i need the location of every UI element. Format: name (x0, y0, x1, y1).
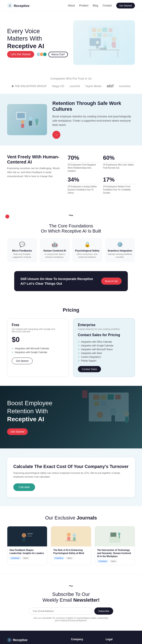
trust-logo-1: Olapp CO (52, 85, 64, 88)
journals-heading: Our Exclusive Journals (7, 515, 135, 521)
svg-point-16 (96, 41, 99, 44)
journal-tags-1: Feedback Slack (53, 557, 88, 560)
foundation-card-0: 💬 Micro Feedbacks Share any thoughts, su… (7, 238, 37, 262)
svg-rect-48 (22, 538, 25, 542)
svg-rect-30 (29, 121, 32, 126)
foundation-card-1: 🤖 Human Centered AI AI using human data … (40, 238, 70, 262)
journal-tag-0-0: Feedback (9, 557, 21, 560)
stats-grid: 70% Of Employees Feel Negative Work Rela… (68, 154, 135, 194)
retention-image (7, 104, 47, 135)
foundation-card-2: 🔒 Psychological Safety 100% Anonymous, t… (72, 238, 102, 262)
stat-number-3: 17% (103, 176, 135, 183)
stat-number-1: 60% (103, 154, 135, 161)
calculator-cta-button[interactable]: Calculate (13, 484, 35, 491)
avatar-3 (43, 52, 47, 56)
journal-image-1 (51, 526, 91, 546)
hero2-content: Boost Employee Retention With Receptive … (7, 399, 135, 435)
journal-tag-2-1: Team (109, 560, 117, 563)
nav-product[interactable]: Product (79, 4, 88, 7)
svg-rect-49 (27, 533, 33, 534)
cta-banner: Still Unsure On How To Incorporate Recep… (14, 271, 128, 291)
newsletter-heading: Subscribe To Our Weekly Email Newsletter… (7, 592, 135, 603)
journals-grid: How Feedback Shapes Leadership: Insights… (7, 526, 135, 565)
newsletter-note: Join our newsletter for exclusive insigh… (33, 617, 109, 622)
newsletter-form: Subscribe (29, 608, 113, 614)
svg-rect-8 (108, 33, 113, 37)
calculator-section: Calculate The Exact Cost Of Your Company… (0, 448, 142, 506)
newsletter-email-input[interactable] (29, 608, 92, 614)
cta-banner-button[interactable]: Book A Call (101, 278, 122, 285)
stats-section: Vent Freely With Human-Centered AI Expre… (0, 146, 142, 204)
svg-point-63 (118, 532, 121, 535)
nav-about[interactable]: About (68, 4, 75, 7)
svg-rect-36 (108, 394, 114, 400)
trust-logo-2: Learnful (70, 85, 80, 88)
footer-legal-heading: Legal (106, 638, 135, 641)
enterprise-cta-button[interactable]: Contact Sales (78, 366, 101, 372)
foundation-title-2: Psychological Safety (74, 249, 100, 252)
stat-label-3: Of Employees Refrain From Feedback Due T… (103, 185, 135, 194)
svg-point-29 (28, 116, 32, 120)
hero-chat-button[interactable]: Wanna Chat? (48, 52, 68, 57)
retention-cta-button[interactable]: → (52, 131, 60, 139)
svg-rect-52 (63, 531, 79, 542)
retention-section: Retention Through Safe Work Cultures Boo… (0, 94, 142, 146)
nav-contact[interactable]: Contact (102, 4, 112, 7)
journal-image-0 (7, 526, 47, 546)
stat-label-2: Of Employees Lacking Safety Express Feed… (68, 185, 100, 194)
hero-buttons: Let's Get Started Wanna Chat? (7, 51, 69, 58)
hero-heading: Every Voice Matters With Receptive AI (7, 28, 69, 50)
svg-rect-17 (96, 44, 99, 49)
newsletter-subscribe-button[interactable]: Subscribe (94, 608, 113, 614)
svg-rect-3 (102, 28, 107, 32)
logo: ⬡ Receptive (7, 3, 29, 8)
svg-rect-4 (109, 28, 113, 32)
journal-card-0: How Feedback Shapes Leadership: Insights… (7, 526, 47, 565)
footer: ⬡ Receptive Boost Employee Retention By … (0, 631, 142, 644)
journal-title-2: The Intersection of Technology and Human… (97, 549, 133, 558)
trust-heading: Companies Who Put Trust In Us (7, 77, 135, 80)
navbar: ⬡ Receptive About Product Blog Contact G… (0, 0, 142, 11)
free-feature-1: Integration with Google Calendar (12, 351, 64, 354)
hero-text: Every Voice Matters With Receptive AI Le… (7, 28, 69, 58)
enterprise-price: Contact Sales for Pricing (78, 333, 130, 337)
foundations-heading: The Core Foundations On Which Receptive … (7, 224, 135, 234)
svg-rect-2 (97, 28, 101, 32)
hero-cta-button[interactable]: Let's Get Started (7, 51, 34, 58)
micro-feedbacks-icon: 💬 (9, 242, 35, 248)
retention-content: Retention Through Safe Work Cultures Boo… (52, 100, 135, 139)
stat-number-0: 70% (68, 154, 100, 161)
free-cta-button[interactable]: Get Started (12, 358, 33, 364)
trust-logo-4: alef (107, 84, 114, 88)
foundation-desc-1: AI using human data to enhance workplace… (42, 253, 68, 258)
footer-brand: ⬡ Receptive Boost Employee Retention By … (7, 638, 66, 644)
hero2-cta-button[interactable]: Get Started (7, 428, 28, 435)
hero2-heading: Boost Employee Retention With Receptive … (7, 399, 135, 424)
svg-rect-56 (73, 537, 76, 541)
svg-rect-57 (66, 540, 76, 541)
svg-point-11 (112, 37, 116, 42)
journal-tag-0-1: Team (22, 557, 30, 560)
trust-logo-5: incentive (119, 85, 131, 88)
nav-blog[interactable]: Blog (93, 4, 98, 7)
nav-cta-button[interactable]: Get Started (116, 3, 135, 8)
nav-links: About Product Blog Contact Get Started (68, 3, 135, 8)
cta-banner-wrapper: Still Unsure On How To Incorporate Recep… (0, 271, 142, 298)
stat-number-2: 34% (68, 176, 100, 183)
hero-image (73, 20, 135, 65)
logo-icon: ⬡ (7, 3, 12, 8)
journal-title-1: The Role of AI in Enhancing Psychologica… (53, 549, 88, 555)
journal-tag-1-1: Slack (66, 557, 73, 560)
pricing-enterprise-card: Enterprise Custom features for your exis… (73, 318, 135, 377)
foundations-section: 〜 The Core Foundations On Which Receptiv… (0, 204, 142, 271)
svg-rect-61 (111, 533, 116, 536)
foundations-deco: 〜 (7, 212, 135, 219)
svg-rect-37 (115, 395, 121, 400)
svg-rect-41 (82, 390, 87, 398)
footer-legal-col: Legal Privacy Policy (106, 638, 135, 644)
newsletter-section: 〜 Subscribe To Our Weekly Email Newslett… (0, 574, 142, 631)
enterprise-feature-2: Integration with Microsoft Teams (78, 348, 130, 350)
svg-point-27 (21, 120, 24, 124)
footer-top: ⬡ Receptive Boost Employee Retention By … (7, 638, 135, 644)
hero-section: Every Voice Matters With Receptive AI Le… (0, 11, 142, 72)
